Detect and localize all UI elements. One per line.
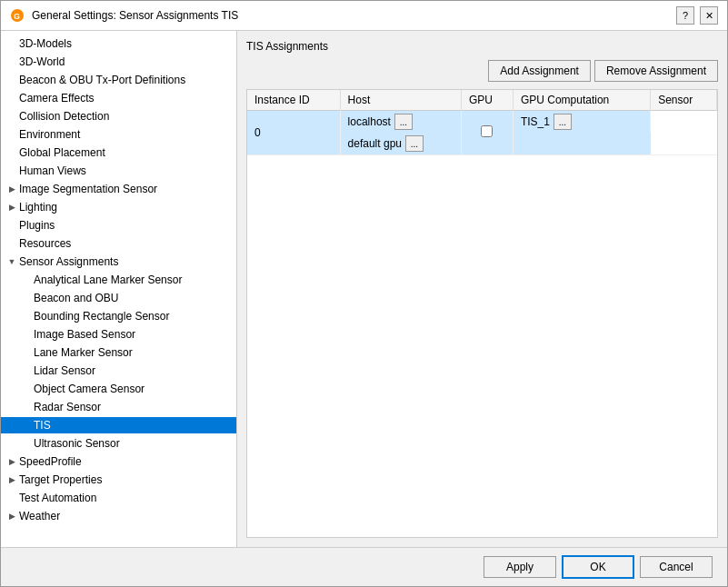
tree-item[interactable]: Bounding Rectangle Sensor [1,307,236,325]
tree-item-label: Object Camera Sensor [34,383,145,395]
tree-item[interactable]: ▶Weather [1,507,236,525]
tree-item-label: 3D-Models [19,37,72,50]
cell-instance-id: 0 [247,111,340,155]
tree-item[interactable]: ▶Lighting [1,198,236,216]
tree-item[interactable]: Object Camera Sensor [1,380,236,398]
gpu-browse-button[interactable]: ... [405,135,424,152]
tree-item-row[interactable]: ▶Lighting [1,199,236,215]
tree-item-row[interactable]: Plugins [1,217,236,234]
cell-host: localhost... [341,111,462,133]
cancel-button[interactable]: Cancel [640,556,713,578]
tree-item-label: Lidar Sensor [34,364,95,377]
tree-item-row[interactable]: Radar Sensor [1,399,236,415]
tree-item[interactable]: 3D-Models [1,35,236,53]
tree-item-row[interactable]: Resources [1,235,236,252]
apply-button[interactable]: Apply [484,556,556,578]
tree-item-row[interactable]: ▶Weather [1,508,236,524]
host-browse-button[interactable]: ... [394,114,413,130]
tree-item-row[interactable]: 3D-Models [1,35,236,52]
tree-item[interactable]: Resources [1,234,236,253]
tree-item[interactable]: Global Placement [1,144,236,162]
title-bar-left: G General Settings: Sensor Assignments T… [10,8,238,23]
sensor-browse-button[interactable]: ... [553,114,572,130]
tree-item[interactable]: Collision Detection [1,107,236,125]
tree-toggle-icon [5,236,19,251]
col-sensor: Sensor [651,90,717,111]
tree-item[interactable]: ▼Sensor Assignments [1,253,236,271]
tree-item-label: Lane Marker Sensor [34,346,133,359]
tree-item-row[interactable]: Environment [1,126,236,143]
dialog: G General Settings: Sensor Assignments T… [0,0,728,587]
tree-toggle-icon [19,418,34,433]
tree-item-row[interactable]: Lane Marker Sensor [1,344,236,361]
tree-item-row[interactable]: Beacon & OBU Tx-Port Definitions [1,72,236,88]
tree-item-label: Ultrasonic Sensor [34,437,120,450]
tree-item-row[interactable]: 3D-World [1,54,236,70]
tree-toggle-icon [5,218,19,233]
close-button[interactable]: ✕ [700,6,718,25]
tree-item-label: Camera Effects [19,92,94,104]
tree-item-row[interactable]: Camera Effects [1,90,236,106]
tree-item-row[interactable]: Analytical Lane Marker Sensor [1,272,236,288]
tree-item[interactable]: Radar Sensor [1,398,236,416]
tree-toggle-icon [5,109,19,124]
tree-toggle-icon[interactable]: ▶ [5,182,19,196]
bottom-bar: Apply OK Cancel [1,547,727,586]
tree-toggle-icon[interactable]: ▶ [5,509,19,523]
add-assignment-button[interactable]: Add Assignment [488,60,591,82]
tree-item-label: SpeedProfile [19,455,82,468]
tree-item-row[interactable]: ▶SpeedProfile [1,453,236,470]
tree-item[interactable]: Test Automation [1,489,236,507]
tree-item[interactable]: Environment [1,125,236,144]
right-panel: TIS Assignments Add Assignment Remove As… [237,31,727,547]
tree-item-row[interactable]: Human Views [1,163,236,179]
tree-item[interactable]: ▶Target Properties [1,471,236,489]
gpu-computation-checkbox[interactable] [481,125,493,137]
tree-toggle-icon[interactable]: ▶ [5,473,19,487]
remove-assignment-button[interactable]: Remove Assignment [594,60,718,82]
tree-item-row[interactable]: Bounding Rectangle Sensor [1,308,236,324]
tree-item[interactable]: ▶SpeedProfile [1,453,236,471]
col-gpu: GPU [462,90,514,111]
tree-item-row[interactable]: Object Camera Sensor [1,381,236,397]
tree-item[interactable]: Plugins [1,216,236,234]
tree-item[interactable]: Camera Effects [1,89,236,107]
tree-item-row[interactable]: ▶Target Properties [1,472,236,488]
tree-toggle-icon [19,345,34,360]
tree-item-label: Beacon & OBU Tx-Port Definitions [19,74,185,86]
tree-item-row[interactable]: Test Automation [1,490,236,506]
title-bar: G General Settings: Sensor Assignments T… [1,1,727,31]
tree-toggle-icon[interactable]: ▼ [5,254,19,269]
tree-item-row[interactable]: ▼Sensor Assignments [1,254,236,270]
tree-item[interactable]: Image Based Sensor [1,325,236,343]
tree-item-label: Global Placement [19,146,105,159]
tree-item-row[interactable]: Collision Detection [1,108,236,124]
tree-toggle-icon[interactable]: ▶ [5,454,19,469]
tree-item[interactable]: Human Views [1,162,236,180]
tree-item-row[interactable]: TIS [1,417,236,433]
table-row[interactable]: 0localhost...default gpu...TIS_1... [247,111,717,155]
tree-item[interactable]: Analytical Lane Marker Sensor [1,271,236,289]
tree-toggle-icon [19,400,34,414]
tree-item[interactable]: ▶Image Segmentation Sensor [1,180,236,198]
tree-item[interactable]: Lane Marker Sensor [1,343,236,362]
tree-item-row[interactable]: Ultrasonic Sensor [1,435,236,452]
tree-item-row[interactable]: Beacon and OBU [1,290,236,306]
tree-item[interactable]: TIS [1,416,236,434]
tree-item[interactable]: Ultrasonic Sensor [1,434,236,453]
tree-item-row[interactable]: Lidar Sensor [1,363,236,379]
tree-item[interactable]: 3D-World [1,53,236,71]
tree-toggle-icon [5,36,19,51]
tree-toggle-icon [5,91,19,105]
tree-toggle-icon [5,164,19,178]
ok-button[interactable]: OK [562,555,634,579]
cell-gpu: default gpu... [341,133,462,154]
tree-item[interactable]: Beacon & OBU Tx-Port Definitions [1,71,236,89]
tree-item-row[interactable]: Global Placement [1,144,236,161]
tree-item-row[interactable]: Image Based Sensor [1,326,236,343]
tree-item[interactable]: Lidar Sensor [1,362,236,380]
tree-item[interactable]: Beacon and OBU [1,289,236,307]
help-button[interactable]: ? [676,6,694,25]
tree-toggle-icon[interactable]: ▶ [5,200,19,214]
tree-item-row[interactable]: ▶Image Segmentation Sensor [1,181,236,197]
